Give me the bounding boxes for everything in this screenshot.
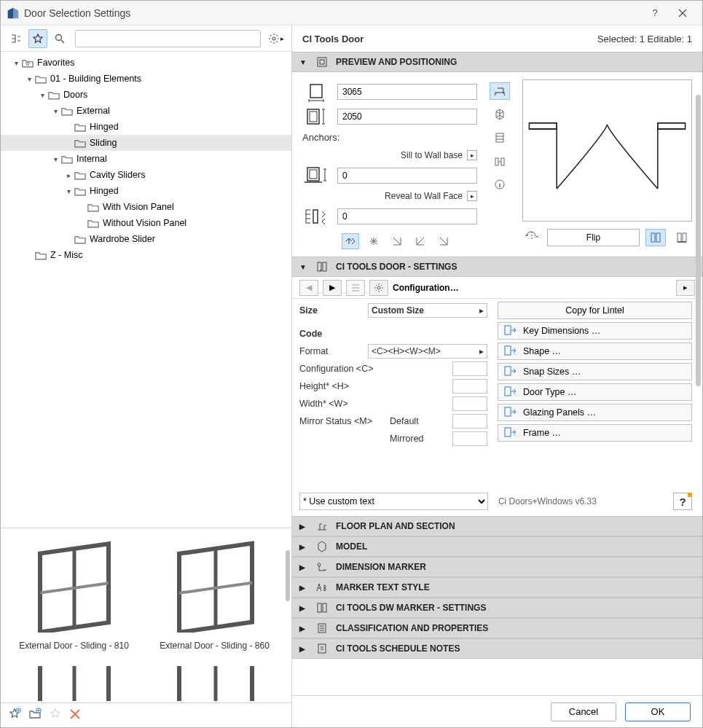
cancel-button[interactable]: Cancel <box>551 702 616 721</box>
tree-item[interactable]: ▸Cavity Sliders <box>1 167 291 183</box>
help-button[interactable]: ? <box>641 1 669 26</box>
reveal-input[interactable] <box>337 208 477 224</box>
add-folder-icon[interactable] <box>28 708 42 724</box>
tree-item-label: External <box>76 106 110 116</box>
glazing-button[interactable]: Glazing Panels … <box>498 404 692 421</box>
anchor-btn-2[interactable] <box>365 233 382 249</box>
copy-lintel-button[interactable]: Copy for Lintel <box>498 302 692 319</box>
left-panel: ▸ ▾Favorites▾01 - Building Elements▾Door… <box>1 26 292 727</box>
flip-button[interactable]: Flip <box>547 229 640 246</box>
tree-item-label: Without Vision Panel <box>103 218 186 228</box>
section-preview-header[interactable]: ▼ PREVIEW AND POSITIONING <box>292 52 702 72</box>
section-floorplan-header[interactable]: ▶FLOOR PLAN AND SECTION <box>292 516 702 536</box>
section-title: CI TOOLS DOOR - SETTINGS <box>336 262 457 272</box>
tree-item[interactable]: ▾01 - Building Elements <box>1 71 291 87</box>
tree-item[interactable]: Hinged <box>1 119 291 135</box>
tree-mode-button[interactable] <box>7 29 25 48</box>
mirrored-input[interactable] <box>452 431 487 446</box>
anchor-btn-5[interactable] <box>435 233 452 249</box>
tree-item[interactable]: ▾Internal <box>1 151 291 167</box>
help-box-button[interactable]: ? <box>673 493 692 510</box>
custom-text-select[interactable]: * Use custom text <box>299 493 488 510</box>
view-3d-button[interactable] <box>490 106 510 123</box>
tree-item-label: Hinged <box>90 186 119 196</box>
goto-icon <box>504 386 516 399</box>
star-disabled-icon <box>49 708 62 724</box>
folder-icon <box>21 57 34 69</box>
config-input[interactable] <box>452 361 487 376</box>
tree-item[interactable]: With Vision Panel <box>1 199 291 215</box>
frame-button[interactable]: Frame … <box>498 424 692 442</box>
nav-popup-button[interactable]: ▸ <box>676 280 695 296</box>
close-button[interactable] <box>669 1 696 26</box>
tree-item[interactable]: ▾External <box>1 103 291 119</box>
format-value[interactable]: <C><H><W><M>▸ <box>368 344 487 359</box>
doortype-button[interactable]: Door Type … <box>498 383 692 401</box>
tree-item[interactable]: Z - Misc <box>1 247 291 263</box>
height-input[interactable] <box>337 109 477 125</box>
add-favorite-icon[interactable] <box>8 708 21 724</box>
tree-item[interactable]: Without Vision Panel <box>1 215 291 231</box>
search-input[interactable] <box>75 30 261 47</box>
anchor-btn-4[interactable] <box>412 233 429 249</box>
rotate-icon[interactable] <box>522 229 541 246</box>
version-label: Ci Doors+Windows v6.33 <box>498 496 597 506</box>
section-settings-header[interactable]: ▼ CI TOOLS DOOR - SETTINGS <box>292 257 702 277</box>
tree-item-label: Z - Misc <box>50 250 82 260</box>
height-icon <box>302 106 330 128</box>
gear-button[interactable]: ▸ <box>267 29 286 48</box>
svg-point-3 <box>272 37 275 40</box>
tree-item[interactable]: ▾Doors <box>1 87 291 103</box>
section-classif-header[interactable]: ▶CLASSIFICATION AND PROPERTIES <box>292 618 702 638</box>
size-label: Size <box>299 305 368 316</box>
sill-popup-button[interactable]: ▸ <box>467 150 477 160</box>
heightc-input[interactable] <box>452 379 487 394</box>
favorites-mode-button[interactable] <box>28 29 47 48</box>
width-input[interactable] <box>337 84 477 100</box>
view-section-button[interactable] <box>490 152 510 170</box>
opening-dir-2[interactable] <box>672 229 692 246</box>
section-schedule-header[interactable]: ▶CI TOOLS SCHEDULE NOTES <box>292 638 702 659</box>
anchor-btn-1[interactable] <box>342 233 359 249</box>
section-model-header[interactable]: ▶MODEL <box>292 536 702 557</box>
right-scrollbar[interactable] <box>696 95 701 691</box>
sill-input[interactable] <box>337 168 477 184</box>
keydim-button[interactable]: Key Dimensions … <box>498 322 692 340</box>
thumb-item[interactable] <box>154 666 275 703</box>
nav-back-button[interactable]: ◀ <box>299 280 318 296</box>
view-2d-button[interactable] <box>490 82 510 100</box>
preview-body: Anchors: Sill to Wall base▸ Reveal to Wa… <box>292 72 702 257</box>
thumbs-scrollbar[interactable] <box>286 550 290 601</box>
nav-list-button[interactable] <box>346 280 365 296</box>
snap-button[interactable]: Snap Sizes … <box>498 363 692 380</box>
settings-left: Size Custom Size▸ Code Format <C><H><W><… <box>299 302 487 447</box>
thumb-item[interactable] <box>14 666 134 703</box>
tree-item[interactable]: Sliding <box>1 135 291 151</box>
thumb-item[interactable]: External Door - Sliding - 810 <box>14 534 134 653</box>
anchor-btn-3[interactable] <box>388 233 406 249</box>
svg-rect-25 <box>495 158 498 165</box>
widthc-input[interactable] <box>452 396 487 411</box>
tree-item[interactable]: Wardrobe Slider <box>1 231 291 247</box>
favorites-tree[interactable]: ▾Favorites▾01 - Building Elements▾Doors▾… <box>1 52 291 528</box>
ok-button[interactable]: OK <box>625 702 691 721</box>
section-dwmarker-header[interactable]: ▶CI TOOLS DW MARKER - SETTINGS <box>292 598 702 618</box>
tree-item[interactable]: ▾Hinged <box>1 183 291 199</box>
goto-icon <box>504 366 516 378</box>
thumb-item[interactable]: External Door - Sliding - 860 <box>154 534 275 653</box>
default-input[interactable] <box>452 414 487 428</box>
reveal-popup-button[interactable]: ▸ <box>467 191 477 201</box>
nav-gear-button[interactable] <box>369 280 388 296</box>
section-dimmarker-header[interactable]: ▶DIMENSION MARKER <box>292 557 702 577</box>
tree-item[interactable]: ▾Favorites <box>1 55 291 71</box>
delete-icon[interactable] <box>69 708 81 723</box>
shape-button[interactable]: Shape … <box>498 343 692 360</box>
nav-fwd-button[interactable]: ▶ <box>323 280 342 296</box>
view-info-button[interactable] <box>490 176 510 193</box>
search-button[interactable] <box>50 29 69 48</box>
opening-dir-1[interactable] <box>645 229 666 246</box>
section-markertext-header[interactable]: ▶MARKER TEXT STYLE <box>292 577 702 598</box>
tree-item-label: Favorites <box>37 58 74 68</box>
view-elev-button[interactable] <box>490 129 510 146</box>
size-value[interactable]: Custom Size▸ <box>368 303 487 318</box>
